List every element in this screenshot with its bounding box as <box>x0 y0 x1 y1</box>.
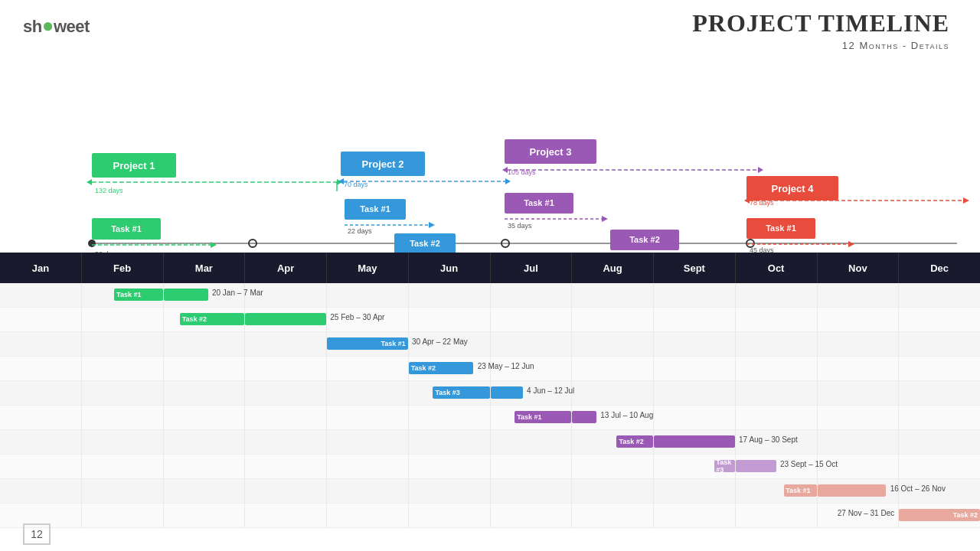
cell-nov-r6 <box>818 406 900 429</box>
cell-nov-r8 <box>818 455 900 478</box>
cell-aug-r3 <box>572 332 654 356</box>
logo-icon: ● <box>42 14 54 37</box>
table-row: Task #2 23 May – 12 Jun <box>0 357 980 381</box>
gantt-svg: Project 1 132 days Task #1 50 days Task … <box>0 69 980 264</box>
cell-mar-r5 <box>164 381 246 405</box>
cell-oct-r6 <box>736 406 818 429</box>
cell-oct-r5 <box>736 381 818 405</box>
cell-apr-r3 <box>245 332 327 356</box>
page-number: 12 <box>23 523 51 545</box>
month-jun: Jun <box>409 253 491 283</box>
svg-marker-12 <box>87 179 92 185</box>
cell-jun-r6 <box>409 406 491 429</box>
cell-dec-r9 <box>899 479 980 503</box>
cell-oct-r2 <box>736 308 818 331</box>
table-row: Task #2 25 Feb – 30 Apr <box>0 308 980 332</box>
cell-mar-r9 <box>164 479 246 503</box>
cell-oct-r10 <box>736 504 818 527</box>
cell-jan-r2 <box>0 308 82 331</box>
cell-feb-r7 <box>82 430 164 454</box>
month-mar: Mar <box>164 253 246 283</box>
cell-jan-r3 <box>0 332 82 356</box>
cell-aug-r5 <box>572 381 654 405</box>
cell-nov-r10: 27 Nov – 31 Dec <box>818 504 900 527</box>
cell-jul-r10 <box>491 504 573 527</box>
table-row: Task #3 23 Sept – 15 Oct <box>0 455 980 479</box>
cell-mar-r4 <box>164 357 246 380</box>
cell-dec-r5 <box>899 381 980 405</box>
svg-text:Task #1: Task #1 <box>360 204 390 214</box>
cell-dec-r7 <box>899 430 980 454</box>
cell-sept-r4 <box>654 357 736 380</box>
svg-text:Task #1: Task #1 <box>111 224 142 233</box>
logo-text2: weet <box>54 17 90 36</box>
cell-oct-r1 <box>736 283 818 307</box>
table-row: Task #2 17 Aug – 30 Sept <box>0 430 980 455</box>
cell-jul-r5: 4 Jun – 12 Jul <box>491 381 573 405</box>
cell-jun-r1 <box>409 283 491 307</box>
cell-may-r4 <box>327 357 409 380</box>
month-aug: Aug <box>572 253 654 283</box>
month-nov: Nov <box>818 253 900 283</box>
cell-sept-r9 <box>654 479 736 503</box>
svg-text:Project 4: Project 4 <box>772 183 815 194</box>
cell-mar-r6 <box>164 406 246 429</box>
cell-aug-r7: Task #2 <box>572 430 654 454</box>
cell-jun-r9 <box>409 479 491 503</box>
svg-marker-48 <box>502 167 508 173</box>
page-title: Project Timeline <box>692 9 949 37</box>
cell-apr-r8 <box>245 455 327 478</box>
cell-sept-r5 <box>654 381 736 405</box>
cell-aug-r2 <box>572 308 654 331</box>
cell-feb-r3 <box>82 332 164 356</box>
cell-apr-r4 <box>245 357 327 380</box>
cell-nov-r2 <box>818 308 900 331</box>
month-oct: Oct <box>736 253 818 283</box>
svg-text:Project 2: Project 2 <box>362 158 404 170</box>
cell-sept-r2 <box>654 308 736 331</box>
cell-oct-r3 <box>736 332 818 356</box>
cell-aug-r8 <box>572 455 654 478</box>
cell-oct-r8: 23 Sept – 15 Oct <box>736 455 818 478</box>
table-row: Task #1 13 Jul – 10 Aug <box>0 406 980 430</box>
cell-aug-r9 <box>572 479 654 503</box>
cell-apr-r5 <box>245 381 327 405</box>
gantt-area: Project 1 132 days Task #1 50 days Task … <box>0 69 980 264</box>
cell-dec-r3 <box>899 332 980 356</box>
cell-mar-r1: 20 Jan – 7 Mar <box>164 283 246 307</box>
cell-sept-r10 <box>654 504 736 527</box>
cell-nov-r1 <box>818 283 900 307</box>
cell-may-r7 <box>327 430 409 454</box>
cell-jul-r8 <box>491 455 573 478</box>
cell-jun-r10 <box>409 504 491 527</box>
table-row: Task #1 20 Jan – 7 Mar <box>0 283 980 308</box>
svg-point-1 <box>88 240 96 247</box>
cell-oct-r7 <box>736 430 818 454</box>
svg-text:Task #2: Task #2 <box>410 239 440 248</box>
cell-apr-r7 <box>245 430 327 454</box>
cell-feb-r1: Task #1 <box>82 283 164 307</box>
month-apr: Apr <box>245 253 327 283</box>
month-dec: Dec <box>899 253 980 283</box>
cell-dec-r6 <box>899 406 980 429</box>
cell-jan-r8 <box>0 455 82 478</box>
svg-text:Project 1: Project 1 <box>113 160 155 171</box>
cell-sept-r1 <box>654 283 736 307</box>
month-jul: Jul <box>491 253 573 283</box>
cell-may-r9 <box>327 479 409 503</box>
cell-nov-r9: 16 Oct – 26 Nov <box>818 479 900 503</box>
svg-marker-31 <box>429 222 435 228</box>
cell-may-r2 <box>327 308 409 331</box>
table-row: Task #3 4 Jun – 12 Jul <box>0 381 980 406</box>
cell-may-r3: Task #1 30 Apr – 22 May <box>327 332 409 356</box>
cell-nov-r4 <box>818 357 900 380</box>
month-feb: Feb <box>82 253 164 283</box>
cell-dec-r10: Task #2 <box>899 504 980 527</box>
table-area: Task #1 20 Jan – 7 Mar Task #2 25 Feb – … <box>0 283 980 520</box>
cell-mar-r10 <box>164 504 246 527</box>
cell-nov-r7 <box>818 430 900 454</box>
cell-apr-r6 <box>245 406 327 429</box>
cell-feb-r6 <box>82 406 164 429</box>
svg-marker-49 <box>758 167 763 173</box>
svg-marker-27 <box>505 178 511 184</box>
